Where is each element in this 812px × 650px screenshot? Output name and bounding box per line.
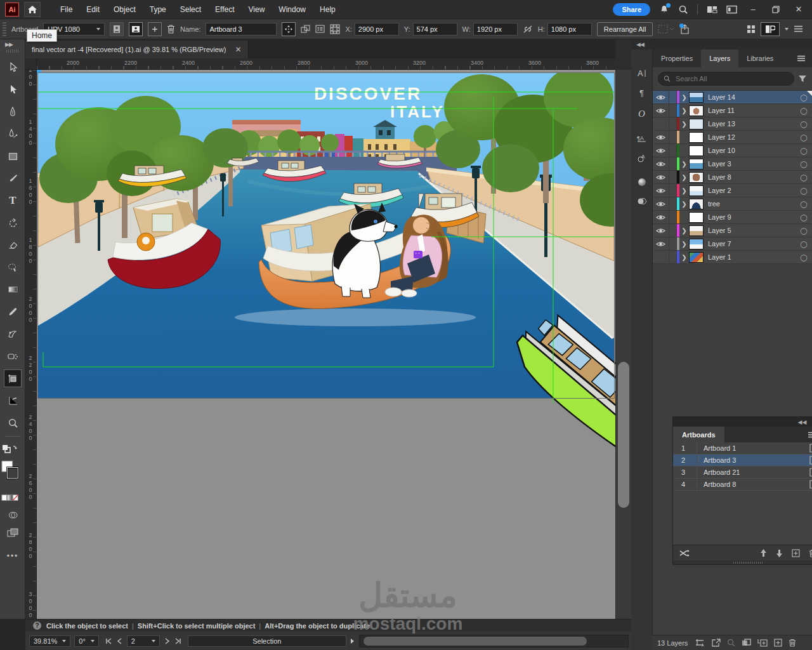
- menu-select[interactable]: Select: [173, 0, 208, 19]
- vertical-scroll-thumb[interactable]: [618, 362, 629, 508]
- scale-artboard-button[interactable]: [301, 25, 310, 33]
- layer-thumbnail[interactable]: [689, 212, 704, 223]
- layer-row[interactable]: ❯ Layer 12 ◯: [653, 131, 812, 144]
- collect-for-export-icon[interactable]: [695, 639, 705, 647]
- layer-thumbnail[interactable]: [689, 199, 704, 209]
- expand-chevron-icon[interactable]: ❯: [679, 201, 689, 208]
- lock-column[interactable]: [669, 131, 677, 143]
- help-icon[interactable]: ?: [33, 621, 41, 630]
- lock-column[interactable]: [669, 157, 677, 170]
- menu-view[interactable]: View: [242, 0, 272, 19]
- layer-row[interactable]: ❯ Layer 8 ◯: [653, 171, 812, 184]
- lock-column[interactable]: [669, 104, 677, 117]
- notifications-button[interactable]: [659, 4, 669, 15]
- expand-chevron-icon[interactable]: ❯: [679, 107, 689, 114]
- layer-row[interactable]: ❯ Layer 9 ◯: [653, 211, 812, 224]
- layer-target-icon[interactable]: ◯: [796, 254, 812, 261]
- export-button[interactable]: [679, 24, 690, 34]
- layer-row[interactable]: ❯ tree ◯: [653, 197, 812, 211]
- visibility-toggle[interactable]: [653, 131, 669, 143]
- rotation-select[interactable]: 0°: [74, 635, 99, 647]
- layer-name[interactable]: tree: [708, 200, 796, 208]
- layer-target-icon[interactable]: ◯: [796, 121, 812, 128]
- artboard-page-icon[interactable]: [804, 468, 812, 477]
- layer-target-icon[interactable]: ◯: [796, 187, 812, 194]
- layer-target-icon[interactable]: ◯: [796, 161, 812, 168]
- arrange-documents-button[interactable]: [707, 5, 717, 14]
- home-button[interactable]: [24, 2, 41, 17]
- artboard-name-input[interactable]: [206, 23, 277, 36]
- rearrange-all-button[interactable]: Rearrange All: [597, 22, 653, 36]
- layer-name[interactable]: Layer 11: [708, 107, 796, 114]
- color-mode-strip[interactable]: [1, 489, 19, 507]
- menu-file[interactable]: File: [53, 0, 79, 19]
- visibility-toggle[interactable]: [653, 104, 669, 117]
- artboard-row[interactable]: 3 Artboard 21: [673, 467, 812, 479]
- layer-thumbnail[interactable]: [689, 119, 704, 129]
- clipping-mask-icon[interactable]: [742, 639, 751, 647]
- visibility-toggle[interactable]: [653, 237, 669, 250]
- layer-target-icon[interactable]: ◯: [796, 94, 812, 101]
- character-panel-icon[interactable]: A: [631, 65, 652, 81]
- workspace-switcher-button[interactable]: [761, 22, 780, 36]
- artboard-name[interactable]: Artboard 1: [697, 444, 804, 452]
- layer-target-icon[interactable]: ◯: [796, 174, 812, 181]
- menu-edit[interactable]: Edit: [79, 0, 107, 19]
- artboard-options-button[interactable]: [315, 25, 325, 33]
- horizontal-ruler[interactable]: 2000220024002600280030003200340036003800: [37, 58, 615, 70]
- visibility-toggle[interactable]: [653, 157, 669, 170]
- tab-layers[interactable]: Layers: [701, 50, 738, 67]
- document-layout-button[interactable]: [726, 5, 737, 14]
- artboard-name[interactable]: Artboard 8: [697, 481, 804, 488]
- minimize-button[interactable]: –: [746, 4, 760, 14]
- tool-curvature[interactable]: [4, 125, 22, 143]
- visibility-toggle[interactable]: [653, 211, 669, 223]
- visibility-toggle[interactable]: [653, 117, 669, 130]
- fill-stroke-control[interactable]: [1, 458, 19, 486]
- layer-name[interactable]: Layer 10: [708, 147, 796, 154]
- controlbar-menu-button[interactable]: [794, 25, 803, 32]
- tool-pen[interactable]: [4, 103, 22, 121]
- lock-column[interactable]: [669, 237, 677, 250]
- artboards-menu-icon[interactable]: [808, 427, 812, 442]
- artboard-row[interactable]: 1 Artboard 1: [673, 442, 812, 454]
- collapse-panel-icon[interactable]: ◀◀: [798, 419, 807, 425]
- tab-artboards[interactable]: Artboards: [673, 427, 724, 442]
- nine-point-reference-button[interactable]: [330, 24, 340, 34]
- layer-row[interactable]: ❯ Layer 14 ◯: [653, 91, 812, 104]
- expand-chevron-icon[interactable]: ❯: [679, 121, 689, 128]
- layer-target-icon[interactable]: ◯: [796, 227, 812, 234]
- canvas-area[interactable]: pizza: [37, 70, 615, 619]
- layer-name[interactable]: Layer 1: [708, 253, 796, 261]
- layer-target-icon[interactable]: ◯: [796, 201, 812, 208]
- locate-object-icon[interactable]: [727, 639, 735, 647]
- expand-chevron-icon[interactable]: ❯: [679, 161, 689, 168]
- layer-row[interactable]: ❯ Layer 13 ◯: [653, 117, 812, 131]
- layer-name[interactable]: Layer 3: [708, 160, 796, 168]
- expand-chevron-icon[interactable]: ❯: [679, 254, 689, 261]
- artboard-name[interactable]: Artboard 3: [697, 456, 804, 464]
- layer-target-icon[interactable]: ◯: [796, 241, 812, 248]
- move-down-icon[interactable]: [776, 549, 783, 557]
- layers-search-box[interactable]: [658, 72, 794, 86]
- tab-properties[interactable]: Properties: [653, 50, 701, 67]
- artboard-page-icon[interactable]: [804, 456, 812, 465]
- expand-chevron-icon[interactable]: ❯: [679, 227, 689, 234]
- layer-thumbnail[interactable]: [689, 225, 704, 236]
- layer-name[interactable]: Layer 7: [708, 240, 796, 248]
- expand-chevron-icon[interactable]: ❯: [679, 241, 689, 248]
- horizontal-scroll-thumb[interactable]: [363, 637, 587, 646]
- ruler-corner[interactable]: [25, 58, 37, 70]
- delete-artboard-icon[interactable]: [809, 549, 812, 557]
- layer-name[interactable]: Layer 2: [708, 187, 796, 194]
- tool-eraser[interactable]: [4, 236, 22, 254]
- menu-window[interactable]: Window: [272, 0, 313, 19]
- opentype-panel-icon[interactable]: O: [631, 105, 652, 122]
- new-artboard-button[interactable]: [148, 22, 162, 36]
- layer-name[interactable]: Layer 14: [708, 93, 796, 101]
- layer-target-icon[interactable]: ◯: [796, 147, 812, 154]
- appearance-panel-icon[interactable]: A: [631, 150, 652, 166]
- delete-artboard-button[interactable]: [167, 24, 175, 34]
- panel-menu-icon[interactable]: [797, 50, 812, 67]
- lock-column[interactable]: [669, 144, 677, 157]
